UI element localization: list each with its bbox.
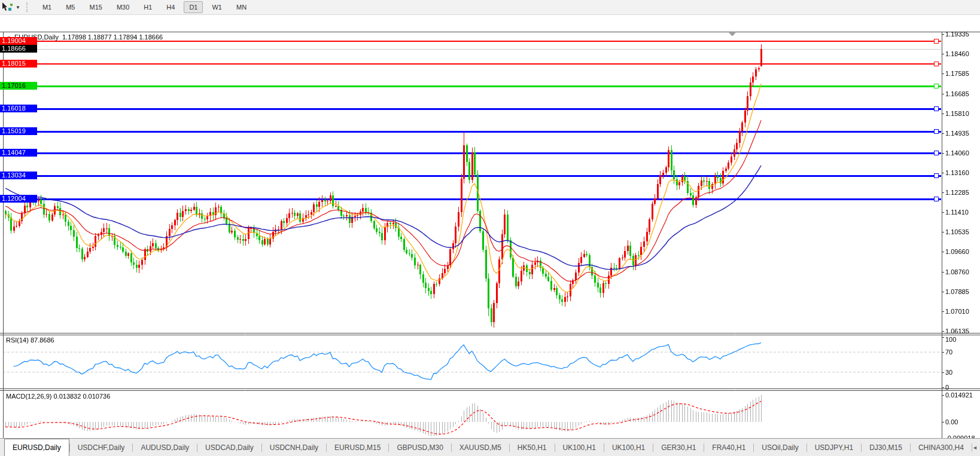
chart-tab-usdchf-daily[interactable]: USDCHF,Daily (70, 439, 133, 456)
chart-tab-usoil-daily[interactable]: USOil,Daily (754, 439, 806, 456)
chart-tab-xauusd-m5[interactable]: XAUUSD,M5 (452, 439, 509, 456)
chart-window: ▼EURUSD,Daily 1.17898 1.18877 1.17894 1.… (0, 16, 980, 438)
timeframe-button-h1[interactable]: H1 (138, 1, 157, 13)
price-chart-canvas[interactable] (0, 16, 980, 456)
chart-tab-usdcad-daily[interactable]: USDCAD,Daily (197, 439, 261, 456)
chart-tabbar: EURUSD,DailyUSDCHF,DailyAUDUSD,DailyUSDC… (0, 438, 980, 456)
top-toolbar: ▼ M1M5M15M30H1H4D1W1MN (0, 0, 980, 15)
timeframe-button-mn[interactable]: MN (231, 1, 252, 13)
chart-tab-uk100-h1[interactable]: UK100,H1 (555, 439, 604, 456)
chart-tab-ger30-h1[interactable]: GER30,H1 (653, 439, 704, 456)
tabbar-nav: ◄ ► (972, 439, 980, 456)
chart-tabs: EURUSD,DailyUSDCHF,DailyAUDUSD,DailyUSDC… (0, 439, 972, 456)
timeframe-button-m1[interactable]: M1 (37, 1, 57, 13)
chart-tab-gbpusd-m30[interactable]: GBPUSD,M30 (389, 439, 451, 456)
chart-tab-usdjpy-h1[interactable]: USDJPY,H1 (807, 439, 861, 456)
timeframe-button-m30[interactable]: M30 (111, 1, 135, 13)
chart-tab-hk50-h1[interactable]: HK50,H1 (510, 439, 555, 456)
timeframe-button-m5[interactable]: M5 (60, 1, 80, 13)
toolbar-grip (26, 2, 31, 12)
timeframe-button-m15[interactable]: M15 (84, 1, 107, 13)
cursor-tool-icon[interactable] (1, 2, 14, 13)
cursor-tool-dropdown-icon[interactable]: ▼ (16, 5, 20, 10)
chart-tab-audusd-daily[interactable]: AUDUSD,Daily (133, 439, 197, 456)
chart-tab-usdcnh-daily[interactable]: USDCNH,Daily (262, 439, 326, 456)
chart-tab-dj30-m15[interactable]: DJ30,M15 (862, 439, 910, 456)
tabs-scroll-left-icon[interactable]: ◄ (972, 445, 978, 451)
timeframe-button-w1[interactable]: W1 (206, 1, 227, 13)
timeframe-button-d1[interactable]: D1 (184, 1, 203, 13)
chart-tab-eurusd-daily[interactable]: EURUSD,Daily (4, 439, 69, 456)
chart-tab-fra40-h1[interactable]: FRA40,H1 (704, 439, 753, 456)
timeframe-button-group: M1M5M15M30H1H4D1W1MN (35, 1, 254, 13)
chart-tab-china300-h4[interactable]: CHINA300,H4 (911, 439, 972, 456)
timeframe-button-h4[interactable]: H4 (161, 1, 180, 13)
chart-tab-eurusd-m15[interactable]: EURUSD,M15 (327, 439, 388, 456)
chart-tab-uk100-h1[interactable]: UK100,H1 (604, 439, 653, 456)
